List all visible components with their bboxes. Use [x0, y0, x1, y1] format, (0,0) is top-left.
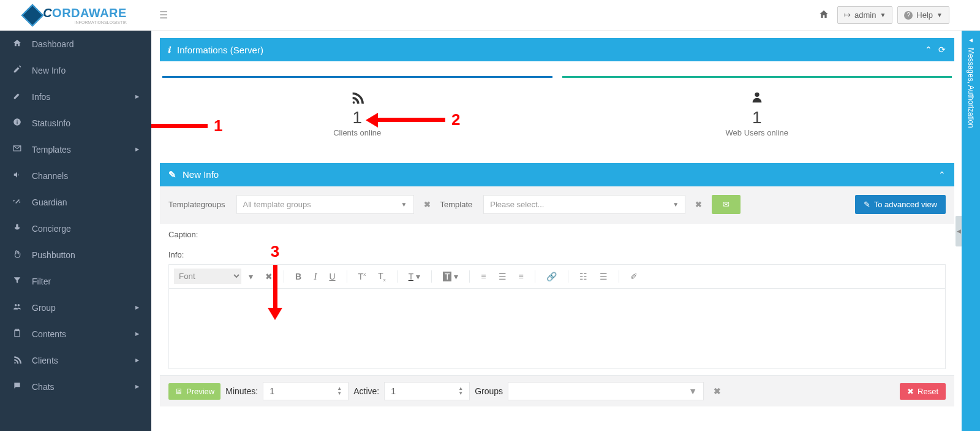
align-center-button[interactable]: ☰: [494, 269, 511, 284]
sidebar-item-label: Guardian: [32, 197, 67, 207]
sidebar-item-channels[interactable]: Channels: [0, 162, 151, 189]
web-users-label: Web Users online: [562, 128, 952, 137]
user-icon: [562, 90, 952, 107]
mail-icon: ✉: [723, 200, 729, 209]
svg-rect-1: [17, 121, 17, 124]
subscript-button[interactable]: Tx: [373, 269, 391, 285]
rss-icon: [162, 90, 552, 107]
svg-point-5: [15, 304, 17, 307]
caption-label: Caption:: [168, 230, 946, 239]
clear-template[interactable]: ✖: [690, 200, 707, 209]
edit-icon: [12, 65, 22, 75]
sidebar-item-group[interactable]: Group▶: [0, 294, 151, 321]
home-icon[interactable]: [815, 6, 832, 25]
align-left-button[interactable]: ≡: [476, 269, 491, 284]
sidebar-item-contents[interactable]: Contents▶: [0, 321, 151, 347]
sidebar-item-templates[interactable]: Templates▶: [0, 136, 151, 162]
sidebar-item-infos[interactable]: Infos▶: [0, 83, 151, 110]
sidebar: DashboardNew InfoInfos▶StatusInfoTemplat…: [0, 31, 151, 431]
preview-button[interactable]: 🖥 Preview: [168, 383, 221, 400]
reset-button[interactable]: ✖ Reset: [900, 383, 946, 400]
groups-label: Groups: [475, 386, 503, 396]
groups-select[interactable]: ▼: [508, 382, 704, 400]
ordered-list-button[interactable]: ☷: [575, 269, 592, 284]
font-select[interactable]: Font: [174, 269, 241, 284]
chevron-right-icon: ▶: [135, 147, 139, 152]
edit-icon: ✎: [168, 169, 176, 180]
mail-icon: [12, 144, 22, 154]
help-menu[interactable]: ? Help ▼: [897, 6, 949, 24]
clear-groups[interactable]: ✖: [709, 386, 726, 396]
send-mail-button[interactable]: ✉: [712, 195, 741, 214]
chevron-right-icon: ▶: [135, 305, 139, 310]
clear-font-button[interactable]: ✖: [260, 269, 277, 284]
active-label: Active:: [353, 386, 379, 396]
editor-textarea[interactable]: [169, 289, 945, 368]
chevron-right-icon: ▶: [135, 384, 139, 389]
info-panel-title: Informations (Server): [177, 45, 263, 55]
sidebar-item-label: Contents: [32, 329, 66, 339]
align-right-button[interactable]: ≡: [514, 269, 529, 284]
background-color-button[interactable]: T ▾: [438, 269, 463, 284]
unordered-list-button[interactable]: ☰: [595, 269, 612, 284]
refresh-icon[interactable]: ⟳: [938, 45, 946, 55]
caret-down-icon: ▼: [937, 12, 943, 18]
sidebar-toggle[interactable]: ☰: [151, 9, 176, 21]
sidebar-item-label: Concierge: [32, 224, 71, 234]
collapse-icon[interactable]: ⌃: [925, 45, 932, 55]
filter-icon: [12, 276, 22, 286]
sidebar-item-label: Filter: [32, 277, 51, 286]
clients-online-label: Clients online: [162, 128, 552, 137]
sidebar-item-guardian[interactable]: Guardian: [0, 189, 151, 215]
brand-logo[interactable]: CORDAWARE INFORMATIONSLOGISTIK: [0, 0, 151, 31]
sidebar-item-chats[interactable]: Chats▶: [0, 373, 151, 400]
underline-button[interactable]: U: [324, 269, 340, 284]
mic-icon: [12, 223, 22, 234]
bold-button[interactable]: B: [290, 269, 306, 284]
sidebar-item-pushbutton[interactable]: Pushbutton: [0, 242, 151, 268]
minutes-label: Minutes:: [225, 386, 258, 396]
web-users-card[interactable]: 1 Web Users online: [562, 69, 952, 137]
collapse-icon[interactable]: ⌃: [938, 170, 946, 180]
active-spinner[interactable]: 1 ▲▼: [384, 382, 470, 400]
caret-down-icon[interactable]: ▾: [244, 269, 258, 284]
chat-icon: [12, 381, 22, 392]
templategroups-select[interactable]: All template groups ▼: [236, 195, 414, 214]
eraser-button[interactable]: ✐: [625, 269, 643, 284]
link-button[interactable]: 🔗: [541, 269, 562, 284]
clients-online-card[interactable]: 1 Clients online: [162, 69, 552, 137]
main-content: 𝒊 Informations (Server) ⌃ ⟳ 1 Clients on…: [151, 31, 962, 431]
sidebar-item-concierge[interactable]: Concierge: [0, 215, 151, 242]
caret-down-icon: ▼: [673, 201, 679, 208]
sidebar-item-label: Pushbutton: [32, 250, 75, 260]
sidebar-item-filter[interactable]: Filter: [0, 268, 151, 294]
info-label: Info:: [168, 250, 946, 259]
sidebar-item-statusinfo[interactable]: StatusInfo: [0, 110, 151, 136]
sidebar-item-new-info[interactable]: New Info: [0, 57, 151, 83]
italic-button[interactable]: I: [309, 269, 322, 284]
users-icon: [12, 302, 22, 313]
template-select[interactable]: Please select... ▼: [483, 195, 685, 214]
sidebar-item-clients[interactable]: Clients▶: [0, 347, 151, 373]
sidebar-item-label: Dashboard: [32, 39, 74, 49]
close-icon: ✖: [907, 387, 914, 396]
sidebar-item-dashboard[interactable]: Dashboard: [0, 31, 151, 57]
right-drawer-handle[interactable]: ◀: [956, 216, 962, 246]
minutes-spinner[interactable]: 1 ▲▼: [263, 382, 349, 400]
edit-icon: ✎: [864, 200, 870, 209]
chevron-right-icon: ▶: [135, 331, 139, 337]
clear-templategroups[interactable]: ✖: [419, 200, 435, 209]
user-label: admin: [854, 10, 876, 20]
rss-icon: [12, 355, 22, 365]
advanced-view-button[interactable]: ✎ To advanced view: [855, 195, 946, 214]
caret-down-icon: ▼: [401, 201, 407, 208]
font-color-button[interactable]: T ▾: [404, 269, 425, 284]
sidebar-item-label: New Info: [32, 66, 66, 75]
superscript-button[interactable]: Tx: [353, 269, 371, 284]
messages-authorization-bar[interactable]: ◂ Messages, Authorization: [962, 31, 980, 431]
user-menu[interactable]: ↦ admin ▼: [837, 6, 892, 24]
template-label: Template: [440, 200, 479, 209]
svg-rect-2: [17, 120, 17, 121]
info-icon: 𝒊: [168, 44, 171, 55]
sidebar-item-label: Chats: [32, 382, 55, 392]
